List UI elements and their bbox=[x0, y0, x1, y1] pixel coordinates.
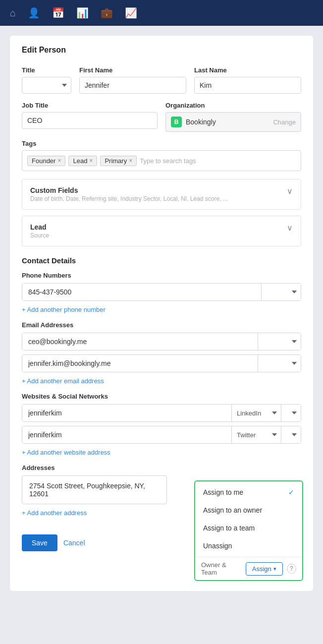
tag-founder-remove[interactable]: × bbox=[57, 158, 61, 164]
tags-placeholder: Type to search tags bbox=[140, 157, 196, 165]
social2-row: Twitter LinkedIn Facebook Instagram bbox=[22, 426, 301, 444]
org-icon: B bbox=[171, 117, 182, 127]
firstname-group: First Name bbox=[79, 66, 186, 94]
org-change-button[interactable]: Change bbox=[273, 118, 296, 126]
social1-input[interactable] bbox=[22, 405, 231, 421]
lead-toggle[interactable]: Lead Source ∨ bbox=[22, 216, 301, 246]
custom-fields-chevron: ∨ bbox=[287, 186, 293, 196]
tag-founder: Founder × bbox=[27, 156, 65, 166]
lead-section: Lead Source ∨ bbox=[22, 216, 301, 246]
lead-subtitle: Source bbox=[30, 232, 49, 239]
assign-menu: Assign to me ✓ Assign to an owner Assign… bbox=[195, 481, 302, 557]
social2-extra-select[interactable] bbox=[281, 426, 301, 443]
social2-input[interactable] bbox=[22, 426, 231, 443]
assign-to-me-check: ✓ bbox=[288, 488, 294, 496]
phone-type-select[interactable]: Mobile Work Home bbox=[261, 284, 301, 300]
lastname-label: Last Name bbox=[194, 66, 301, 74]
title-label: Title bbox=[22, 66, 71, 74]
jobtitle-input[interactable] bbox=[22, 112, 158, 129]
custom-fields-subtitle: Date of birth, Date, Referring site, Ind… bbox=[30, 195, 228, 202]
email1-row: Work Personal bbox=[22, 333, 301, 351]
cancel-button[interactable]: Cancel bbox=[63, 539, 85, 547]
trending-icon[interactable]: 📈 bbox=[125, 7, 137, 19]
jobtitle-group: Job Title bbox=[22, 102, 158, 132]
tag-primary: Primary × bbox=[100, 156, 137, 166]
edit-person-form: Edit Person Title Mr. Ms. Mrs. Dr. First… bbox=[10, 36, 313, 591]
chart-icon[interactable]: 📊 bbox=[76, 7, 89, 19]
social1-row: LinkedIn Twitter Facebook Instagram bbox=[22, 404, 301, 422]
social1-platform-select[interactable]: LinkedIn Twitter Facebook Instagram bbox=[231, 405, 281, 421]
assign-to-me-item[interactable]: Assign to me ✓ bbox=[195, 483, 302, 501]
custom-fields-toggle[interactable]: Custom Fields Date of birth, Date, Refer… bbox=[22, 179, 301, 209]
tag-primary-remove[interactable]: × bbox=[129, 158, 132, 164]
addresses-title: Addresses bbox=[22, 464, 301, 471]
custom-fields-section: Custom Fields Date of birth, Date, Refer… bbox=[22, 179, 301, 210]
lead-title: Lead bbox=[30, 223, 49, 231]
assign-footer: Owner & Team Assign ? bbox=[195, 557, 302, 580]
org-group: Organization B Bookingly Change bbox=[165, 102, 301, 132]
assign-dropdown-overlay: Assign to me ✓ Assign to an owner Assign… bbox=[194, 480, 303, 581]
phone-row: Mobile Work Home bbox=[22, 283, 301, 301]
title-select[interactable]: Mr. Ms. Mrs. Dr. bbox=[22, 77, 71, 94]
tags-section: Tags Founder × Lead × Primary × Type to … bbox=[22, 140, 301, 171]
assign-button[interactable]: Assign bbox=[246, 562, 283, 576]
org-label: Organization bbox=[165, 102, 301, 109]
email2-input[interactable] bbox=[22, 355, 258, 372]
address-field[interactable]: 2754 Scott Street, Poughkeepsie, NY, 126… bbox=[22, 475, 167, 504]
social2-platform-select[interactable]: Twitter LinkedIn Facebook Instagram bbox=[231, 426, 281, 443]
calendar-icon[interactable]: 📅 bbox=[52, 7, 64, 19]
tags-input-container[interactable]: Founder × Lead × Primary × Type to searc… bbox=[22, 150, 301, 171]
help-icon[interactable]: ? bbox=[287, 564, 296, 574]
name-row: Title Mr. Ms. Mrs. Dr. First Name Last N… bbox=[22, 66, 301, 94]
jobtitle-label: Job Title bbox=[22, 102, 158, 109]
firstname-input[interactable] bbox=[79, 77, 186, 94]
email2-row: Work Personal bbox=[22, 354, 301, 372]
assign-to-owner-item[interactable]: Assign to an owner bbox=[195, 501, 302, 519]
contact-details-title: Contact Details bbox=[22, 256, 301, 265]
lastname-input[interactable] bbox=[194, 77, 301, 94]
email-addresses-title: Email Addresses bbox=[22, 321, 301, 329]
tag-lead-remove[interactable]: × bbox=[89, 158, 93, 164]
unassign-item[interactable]: Unassign bbox=[195, 537, 302, 555]
assign-to-team-label: Assign to a team bbox=[203, 524, 255, 532]
briefcase-icon[interactable]: 💼 bbox=[101, 7, 113, 19]
add-email-link[interactable]: + Add another email address bbox=[22, 377, 104, 385]
owner-team-label: Owner & Team bbox=[201, 561, 242, 576]
home-icon[interactable]: ⌂ bbox=[10, 7, 16, 19]
firstname-label: First Name bbox=[79, 66, 186, 74]
top-navigation: ⌂ 👤 📅 📊 💼 📈 bbox=[0, 0, 323, 26]
email1-type-select[interactable]: Work Personal bbox=[258, 333, 301, 350]
email1-input[interactable] bbox=[22, 333, 258, 350]
email2-type-select[interactable]: Work Personal bbox=[258, 355, 301, 372]
social1-extra-select[interactable] bbox=[281, 405, 301, 421]
unassign-label: Unassign bbox=[203, 542, 232, 550]
add-website-link[interactable]: + Add another website address bbox=[22, 449, 110, 456]
assign-to-team-item[interactable]: Assign to a team bbox=[195, 519, 302, 537]
phone-numbers-title: Phone Numbers bbox=[22, 272, 301, 279]
save-button[interactable]: Save bbox=[22, 534, 57, 551]
add-address-link[interactable]: + Add another address bbox=[22, 509, 87, 517]
person-icon[interactable]: 👤 bbox=[28, 7, 40, 19]
assign-to-owner-label: Assign to an owner bbox=[203, 506, 262, 514]
job-org-row: Job Title Organization B Bookingly Chang… bbox=[22, 102, 301, 132]
assign-to-me-label: Assign to me bbox=[203, 488, 243, 496]
title-group: Title Mr. Ms. Mrs. Dr. bbox=[22, 66, 71, 94]
org-name: Bookingly bbox=[186, 118, 269, 126]
org-field: B Bookingly Change bbox=[165, 112, 301, 132]
custom-fields-title: Custom Fields bbox=[30, 186, 228, 194]
tag-lead: Lead × bbox=[68, 156, 97, 166]
lead-chevron: ∨ bbox=[287, 223, 293, 233]
tags-label: Tags bbox=[22, 140, 301, 147]
page-title: Edit Person bbox=[22, 46, 301, 55]
phone-input[interactable] bbox=[22, 284, 261, 300]
websites-title: Websites & Social Networks bbox=[22, 393, 301, 400]
lastname-group: Last Name bbox=[194, 66, 301, 94]
add-phone-link[interactable]: + Add another phone number bbox=[22, 306, 106, 313]
